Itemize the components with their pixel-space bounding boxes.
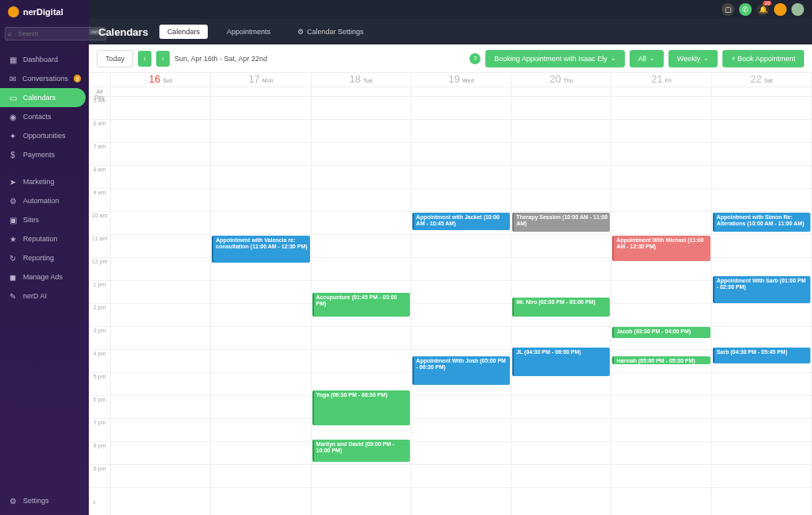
calendar-event[interactable]: Appointment with Valencia re: consultati…	[212, 236, 309, 263]
calendar-event[interactable]: Jacob (03:30 PM - 04:00 PM)	[612, 327, 710, 338]
sidebar-item-contacts[interactable]: ◉Contacts	[0, 107, 89, 126]
day-header: 19Wed	[412, 73, 511, 87]
logo[interactable]: nerDigital	[0, 0, 89, 24]
notifications-icon[interactable]: 🔔20	[756, 3, 769, 16]
calendar-event[interactable]: Yoga (06:30 PM - 08:30 PM)	[312, 390, 410, 425]
day-body[interactable]: Appointment With Michael (11:00 AM - 12:…	[611, 97, 710, 488]
sidebar-item-nerd-ai[interactable]: ✎nerD AI	[0, 286, 89, 306]
phone-icon[interactable]: ✆	[739, 3, 752, 16]
nav-icon: ✎	[8, 291, 17, 301]
sidebar-item-marketing[interactable]: ➤Marketing	[0, 172, 89, 191]
gear-icon: ⚙	[297, 28, 304, 36]
nav-icon: ➤	[8, 177, 17, 186]
chevron-down-icon: ⌄	[703, 55, 709, 62]
calendar-event[interactable]: Appointment With Michael (11:00 AM - 12:…	[612, 236, 710, 261]
sidebar-settings[interactable]: ⚙ Settings	[0, 491, 89, 510]
nav-icon: $	[8, 150, 17, 159]
avatar-1[interactable]	[774, 3, 787, 16]
nav-label: Marketing	[23, 178, 55, 186]
book-appointment-button[interactable]: + Book Appointment	[722, 50, 804, 67]
day-number: 16	[149, 73, 160, 85]
nav-icon: ◉	[8, 112, 17, 121]
time-label: 9 am	[89, 189, 110, 212]
day-header: 21Fri	[611, 73, 710, 87]
day-body[interactable]	[111, 97, 210, 488]
day-name: Sat	[764, 78, 773, 83]
nav-icon: ◼	[8, 272, 17, 282]
time-label: 6 am	[89, 120, 110, 143]
sidebar: nerDigital ⌕ ctrl k ⚡ ▦Dashboard✉Convers…	[0, 0, 89, 515]
day-column: 18TueAccupunture (01:45 PM - 03:00 PM)Yo…	[312, 73, 412, 515]
day-name: Thu	[563, 78, 573, 83]
tab-appointments[interactable]: Appointments	[219, 25, 278, 39]
calendar-event[interactable]: Appointment with Jacket (10:00 AM - 10:4…	[412, 213, 510, 230]
help-icon[interactable]: ?	[469, 53, 481, 64]
sidebar-item-dashboard[interactable]: ▦Dashboard	[0, 50, 89, 69]
calendar-event[interactable]: Appointment With Sarb (01:00 PM - 02:30 …	[713, 276, 810, 303]
calendar-event[interactable]: JL (04:30 PM - 06:00 PM)	[512, 348, 610, 376]
sidebar-item-payments[interactable]: $Payments	[0, 145, 89, 164]
nav-label: Reporting	[23, 254, 54, 262]
nav-icon: ⚙	[8, 196, 17, 206]
nav-label: Calendars	[23, 94, 56, 102]
nav-label: Payments	[23, 151, 55, 159]
day-header: 20Thu	[511, 73, 611, 87]
day-body[interactable]: Accupunture (01:45 PM - 03:00 PM)Yoga (0…	[312, 97, 411, 488]
filter-select[interactable]: All⌄	[630, 50, 664, 67]
day-header: 16Sun	[111, 73, 210, 87]
day-name: Fri	[665, 78, 672, 83]
calendar-event[interactable]: Mr. Niro (02:00 PM - 03:00 PM)	[512, 298, 610, 317]
time-label: 10 am	[89, 212, 110, 235]
day-name: Tue	[363, 78, 373, 83]
search-row: ⌕ ctrl k ⚡	[0, 24, 89, 44]
day-number: 20	[550, 73, 561, 85]
booking-calendar-select[interactable]: Booking Appointment with Isaac Ely⌄	[485, 50, 625, 67]
settings-label: Settings	[23, 497, 49, 505]
day-number: 21	[651, 73, 662, 85]
today-button[interactable]: Today	[97, 50, 133, 67]
brand-icon	[8, 6, 19, 17]
calendar-event[interactable]: Therapy Session (10:00 AM - 11:00 AM)	[512, 213, 610, 232]
view-select[interactable]: Weekly⌄	[668, 50, 718, 67]
tab-calendars[interactable]: Calendars	[159, 25, 208, 39]
sidebar-collapse-button[interactable]: ‹	[89, 496, 100, 509]
nav-label: Dashboard	[23, 56, 58, 63]
brand-name: nerDigital	[23, 7, 63, 17]
sidebar-item-opportunities[interactable]: ✦Opportunities	[0, 126, 89, 145]
chevron-down-icon: ⌄	[649, 55, 655, 62]
sidebar-item-manage-ads[interactable]: ◼Manage Ads	[0, 267, 89, 286]
day-body[interactable]: Appointment with Jacket (10:00 AM - 10:4…	[412, 97, 511, 488]
calendar-event[interactable]: Marilyn and David (09:00 PM - 10:00 PM)	[312, 440, 410, 462]
day-column: 16Sun	[111, 73, 211, 515]
sidebar-item-reputation[interactable]: ★Reputation	[0, 229, 89, 248]
messages-icon[interactable]: ▢	[722, 3, 734, 16]
time-label: 8 am	[89, 166, 110, 189]
calendar-toolbar: Today ‹ › Sun, Apr 16th - Sat, Apr 22nd …	[89, 44, 812, 73]
sidebar-item-reporting[interactable]: ↻Reporting	[0, 248, 89, 267]
day-body[interactable]: Therapy Session (10:00 AM - 11:00 AM)Mr.…	[511, 97, 611, 488]
time-label: 1 pm	[89, 281, 110, 304]
avatar-2[interactable]	[791, 3, 804, 16]
calendar-event[interactable]: Hannah (05:00 PM - 05:30 PM)	[612, 356, 710, 364]
calendar-grid: All Day 5 am6 am7 am8 am9 am10 am11 am12…	[89, 73, 812, 515]
calendar-event[interactable]: Appointment with Simon Re: Alterations (…	[713, 213, 810, 232]
day-name: Sun	[163, 78, 172, 83]
day-body[interactable]: Appointment with Valencia re: consultati…	[211, 97, 310, 488]
tab-calendar-settings[interactable]: ⚙ Calendar Settings	[289, 25, 372, 39]
next-button[interactable]: ›	[156, 51, 170, 67]
time-label: 12 pm	[89, 258, 110, 281]
sidebar-item-conversations[interactable]: ✉Conversations9	[0, 69, 89, 88]
calendar-event[interactable]: Sarb (04:30 PM - 05:45 PM)	[713, 348, 810, 363]
calendar-event[interactable]: Appointment With Josh (05:00 PM - 06:30 …	[412, 356, 510, 385]
sidebar-item-sites[interactable]: ▣Sites	[0, 210, 89, 229]
time-label: 5 am	[89, 97, 110, 120]
days-row: 16Sun17MonAppointment with Valencia re: …	[111, 73, 812, 515]
nav-icon: ✉	[8, 74, 17, 83]
sidebar-item-calendars[interactable]: ▭Calendars	[0, 88, 86, 107]
prev-button[interactable]: ‹	[138, 51, 151, 67]
calendar-event[interactable]: Accupunture (01:45 PM - 03:00 PM)	[312, 293, 410, 317]
sidebar-item-automation[interactable]: ⚙Automation	[0, 191, 89, 210]
nav-label: Conversations	[22, 75, 68, 83]
day-body[interactable]: Appointment with Simon Re: Alterations (…	[712, 97, 811, 488]
nav-label: Contacts	[23, 113, 52, 121]
